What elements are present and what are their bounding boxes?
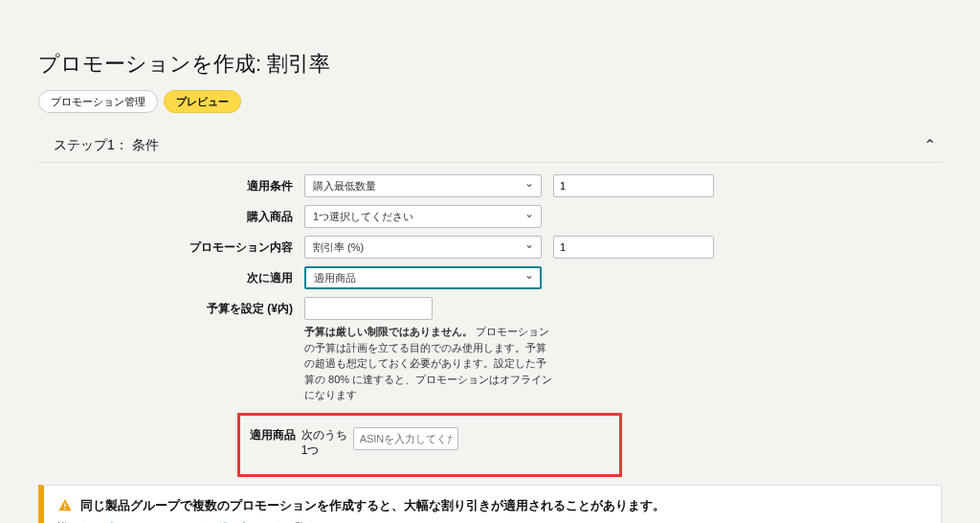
label-product: 購入商品	[50, 201, 299, 232]
asin-mid-text: 次のうち1つ	[301, 427, 353, 460]
select-promo-content[interactable]	[304, 236, 542, 259]
label-promo-content: プロモーション内容	[50, 232, 299, 262]
select-condition[interactable]	[304, 174, 542, 197]
budget-note-strong: 予算は厳しい制限ではありません。	[304, 326, 473, 337]
label-budget: 予算を設定 (¥内)	[50, 293, 299, 407]
pill-row: プロモーション管理 プレビュー	[38, 90, 942, 113]
input-condition-value[interactable]	[553, 174, 714, 197]
conditions-form: 適用条件 購入商品 プロモーション内容	[50, 171, 720, 407]
pill-preview[interactable]: プレビュー	[164, 90, 241, 113]
pill-manage[interactable]: プロモーション管理	[38, 90, 158, 113]
input-promo-value[interactable]	[553, 236, 714, 259]
step1-title: ステップ1： 条件	[40, 137, 159, 154]
warning-alert: 同じ製品グループで複数のプロモーションを作成すると、大幅な割り引きが適用されるこ…	[38, 485, 942, 523]
svg-rect-0	[64, 503, 65, 507]
label-asin: 適用商品	[246, 427, 301, 443]
alert-title-text: 同じ製品グループで複数のプロモーションを作成すると、大幅な割り引きが適用されるこ…	[80, 497, 665, 514]
select-product[interactable]	[304, 205, 542, 228]
step1-header[interactable]: ステップ1： 条件 ⌃	[38, 132, 942, 163]
warning-icon	[57, 498, 73, 513]
page-title: プロモーションを作成: 割引率	[38, 50, 942, 79]
label-condition: 適用条件	[50, 171, 299, 201]
select-apply-to[interactable]	[304, 266, 542, 289]
label-apply-to: 次に適用	[50, 262, 299, 293]
svg-rect-1	[64, 509, 65, 510]
input-budget[interactable]	[304, 297, 433, 320]
asin-highlight-box: 適用商品 次のうち1つ	[237, 413, 622, 478]
chevron-up-icon: ⌃	[924, 136, 936, 154]
input-asin[interactable]	[353, 427, 458, 450]
budget-note: 予算は厳しい制限ではありません。 プロモーションの予算は計画を立てる目的でのみ使…	[304, 324, 553, 403]
